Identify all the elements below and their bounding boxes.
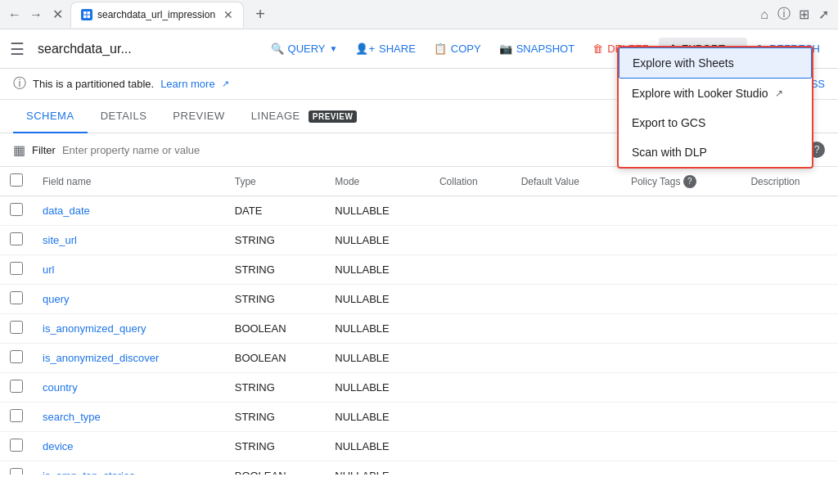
- external-link-icon: ↗: [222, 79, 229, 89]
- header-default-value: Default Value: [511, 167, 621, 196]
- tab-close-icon[interactable]: ✕: [223, 8, 233, 21]
- row-checkbox[interactable]: [10, 380, 23, 393]
- back-button[interactable]: ←: [7, 7, 23, 23]
- table-row: site_url STRING NULLABLE: [0, 226, 838, 255]
- field-default-cell: [511, 344, 621, 373]
- field-type-cell: BOOLEAN: [225, 344, 326, 373]
- expand-icon[interactable]: ➚: [815, 7, 831, 23]
- schema-table-container: Field name Type Mode Collation Default V…: [0, 167, 838, 475]
- field-default-cell: [511, 255, 621, 285]
- forward-button[interactable]: →: [28, 7, 44, 23]
- field-name-link[interactable]: url: [43, 263, 54, 276]
- field-name-cell: is_amp_top_stories: [33, 461, 225, 475]
- field-policy-cell: [621, 285, 741, 314]
- field-description-cell: [741, 373, 838, 403]
- field-name-cell: search_type: [33, 403, 225, 432]
- scan-dlp-item[interactable]: Scan with DLP: [619, 137, 812, 167]
- svg-rect-3: [83, 16, 87, 19]
- field-name-link[interactable]: data_date: [43, 205, 90, 217]
- export-gcs-label: Export to GCS: [632, 116, 705, 129]
- info-icon[interactable]: ⓘ: [776, 7, 792, 23]
- query-button[interactable]: 🔍 QUERY ▼: [263, 38, 346, 60]
- field-name-link[interactable]: query: [43, 293, 70, 305]
- field-name-cell: country: [33, 373, 225, 403]
- explore-looker-item[interactable]: Explore with Looker Studio ↗: [619, 79, 812, 108]
- row-checkbox[interactable]: [10, 203, 23, 216]
- field-name-cell: data_date: [33, 196, 225, 226]
- export-dropdown: Explore with Sheets Explore with Looker …: [617, 46, 813, 169]
- row-checkbox[interactable]: [10, 321, 23, 334]
- svg-rect-1: [83, 11, 87, 15]
- learn-more-link[interactable]: Learn more: [160, 78, 214, 90]
- field-collation-cell: [430, 255, 511, 285]
- field-name-cell: device: [33, 432, 225, 461]
- field-default-cell: [511, 196, 621, 226]
- field-type-cell: STRING: [225, 403, 326, 432]
- field-collation-cell: [430, 196, 511, 226]
- field-name-link[interactable]: device: [43, 440, 74, 452]
- field-name-link[interactable]: is_anonymized_discover: [43, 352, 159, 364]
- field-mode-cell: NULLABLE: [325, 432, 430, 461]
- active-tab[interactable]: searchdata_url_impression ✕: [70, 2, 244, 28]
- field-type-cell: STRING: [225, 255, 326, 285]
- field-policy-cell: [621, 461, 741, 475]
- table-row: data_date DATE NULLABLE: [0, 196, 838, 226]
- row-checkbox-cell: [0, 461, 33, 475]
- share-button[interactable]: 👤+ SHARE: [347, 38, 423, 60]
- field-name-link[interactable]: site_url: [43, 234, 77, 246]
- scan-dlp-label: Scan with DLP: [632, 146, 707, 159]
- field-mode-cell: NULLABLE: [325, 344, 430, 373]
- export-gcs-item[interactable]: Export to GCS: [619, 108, 812, 137]
- snapshot-button[interactable]: 📷 SNAPSHOT: [491, 38, 583, 60]
- table-row: device STRING NULLABLE: [0, 432, 838, 461]
- field-description-cell: [741, 461, 838, 475]
- tab-lineage[interactable]: LINEAGE PREVIEW: [238, 100, 371, 133]
- header-description: Description: [741, 167, 838, 196]
- toolbar-title: searchdata_ur...: [38, 42, 132, 56]
- share-label: SHARE: [379, 43, 416, 55]
- field-policy-cell: [621, 255, 741, 285]
- row-checkbox[interactable]: [10, 232, 23, 245]
- field-name-cell: query: [33, 285, 225, 314]
- select-all-checkbox[interactable]: [10, 173, 23, 187]
- explore-sheets-label: Explore with Sheets: [633, 56, 734, 70]
- tab-preview[interactable]: PREVIEW: [160, 100, 237, 133]
- header-collation: Collation: [430, 167, 511, 196]
- row-checkbox[interactable]: [10, 409, 23, 422]
- copy-button[interactable]: 📋 COPY: [426, 38, 489, 60]
- close-tab-button[interactable]: ✕: [49, 7, 65, 23]
- tab-schema[interactable]: SCHEMA: [13, 100, 88, 133]
- grid-icon[interactable]: ⊞: [795, 7, 812, 23]
- field-policy-cell: [621, 432, 741, 461]
- row-checkbox-cell: [0, 255, 33, 285]
- field-name-link[interactable]: is_anonymized_query: [43, 322, 146, 335]
- svg-rect-2: [88, 11, 91, 15]
- field-mode-cell: NULLABLE: [325, 314, 430, 344]
- home-icon[interactable]: ⌂: [756, 7, 773, 23]
- explore-sheets-item[interactable]: Explore with Sheets: [619, 47, 812, 79]
- field-name-link[interactable]: country: [43, 381, 78, 394]
- field-mode-cell: NULLABLE: [325, 196, 430, 226]
- row-checkbox[interactable]: [10, 291, 23, 304]
- field-type-cell: BOOLEAN: [225, 461, 326, 475]
- row-checkbox[interactable]: [10, 262, 23, 275]
- new-tab-button[interactable]: +: [249, 3, 272, 26]
- tab-details[interactable]: DETAILS: [88, 100, 160, 133]
- field-mode-cell: NULLABLE: [325, 373, 430, 403]
- row-checkbox[interactable]: [10, 350, 23, 363]
- app-menu-icon[interactable]: ☰: [10, 39, 25, 59]
- field-default-cell: [511, 461, 621, 475]
- field-name-link[interactable]: is_amp_top_stories: [43, 470, 135, 475]
- header-checkbox-cell: [0, 167, 33, 196]
- field-mode-cell: NULLABLE: [325, 285, 430, 314]
- header-field-name: Field name: [33, 167, 225, 196]
- table-row: search_type STRING NULLABLE: [0, 403, 838, 432]
- row-checkbox[interactable]: [10, 439, 23, 452]
- table-body: data_date DATE NULLABLE site_url STRING …: [0, 196, 838, 475]
- field-name-cell: is_anonymized_query: [33, 314, 225, 344]
- share-icon: 👤+: [355, 43, 375, 55]
- copy-label: COPY: [451, 43, 481, 55]
- filter-label: Filter: [32, 144, 56, 156]
- row-checkbox[interactable]: [10, 468, 23, 475]
- field-name-link[interactable]: search_type: [43, 411, 101, 423]
